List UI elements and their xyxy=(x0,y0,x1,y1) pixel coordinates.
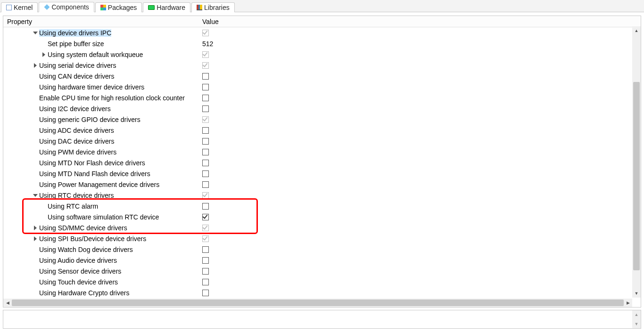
scroll-right-button[interactable]: ▶ xyxy=(624,299,632,307)
tree-row[interactable]: Using MTD Nor Flash device drivers xyxy=(3,157,632,168)
tree-row[interactable]: Using Sensor device drivers xyxy=(3,266,632,276)
chevron-down-icon[interactable] xyxy=(33,193,38,198)
tree-row-label: Set pipe buffer size xyxy=(48,40,104,48)
tree-row-label: Enable CPU time for high resolution cloc… xyxy=(39,94,185,102)
tree-row-label: Using Hardware Crypto drivers xyxy=(39,289,129,297)
tree-row[interactable]: Using ADC device drivers xyxy=(3,125,632,136)
tree-row-label: Using ADC device drivers xyxy=(39,127,114,134)
scroll-down-button[interactable]: ▼ xyxy=(632,289,641,298)
chevron-right-icon: ▶ xyxy=(627,300,630,305)
tree-row[interactable]: Using Power Management device drivers xyxy=(3,179,632,190)
tree-row[interactable]: Using SPI Bus/Device device drivers xyxy=(3,233,632,244)
tab-libraries[interactable]: Libraries xyxy=(191,2,235,12)
checkbox[interactable] xyxy=(202,246,209,253)
tree-row[interactable]: Using I2C device drivers xyxy=(3,103,632,114)
checkbox[interactable] xyxy=(202,127,209,134)
lower-vertical-scrollbar[interactable]: ▲ ▼ xyxy=(632,310,641,328)
scroll-thumb[interactable] xyxy=(633,82,640,270)
tree-row[interactable]: Using software simulation RTC device xyxy=(3,211,632,222)
tree-row[interactable]: Using generic GPIO device drivers xyxy=(3,114,632,125)
column-header-value[interactable]: Value xyxy=(201,18,641,25)
checkbox[interactable] xyxy=(202,290,209,296)
tree-row[interactable]: Using DAC device drivers xyxy=(3,136,632,146)
checkbox[interactable] xyxy=(202,51,209,58)
checkbox[interactable] xyxy=(202,62,209,69)
chevron-right-icon[interactable] xyxy=(33,236,38,242)
tab-kernel[interactable]: Kernel xyxy=(1,2,38,12)
checkbox[interactable] xyxy=(202,235,209,242)
vertical-scrollbar[interactable]: ▲ ▼ xyxy=(632,26,641,298)
tree-row[interactable]: Using Watch Dog device drivers xyxy=(3,244,632,255)
checkbox[interactable] xyxy=(202,203,209,210)
tree-row[interactable]: Using CAN device drivers xyxy=(3,71,632,81)
horizontal-scrollbar[interactable]: ◀ ▶ xyxy=(3,299,632,307)
tab-hardware[interactable]: Hardware xyxy=(143,2,190,12)
scroll-left-button[interactable]: ◀ xyxy=(3,299,12,307)
checkbox[interactable] xyxy=(202,138,209,145)
tree-row[interactable]: Using hardware timer device drivers xyxy=(3,81,632,92)
scroll-up-button[interactable]: ▲ xyxy=(632,310,641,319)
hscroll-track[interactable] xyxy=(12,299,624,307)
checkbox[interactable] xyxy=(202,192,209,199)
checkbox[interactable] xyxy=(202,279,209,285)
chevron-down-icon[interactable] xyxy=(33,30,38,36)
checkbox[interactable] xyxy=(202,214,209,220)
checkbox[interactable] xyxy=(202,73,209,80)
chevron-down-icon: ▼ xyxy=(635,322,639,326)
tree-row[interactable]: Using device drivers IPC xyxy=(3,27,632,38)
scroll-up-button[interactable]: ▲ xyxy=(632,26,641,35)
chevron-right-icon[interactable] xyxy=(33,63,38,68)
tree-row-label: Using Watch Dog device drivers xyxy=(39,246,133,253)
tree-row[interactable]: Using Touch device drivers xyxy=(3,276,632,287)
value-text[interactable]: 512 xyxy=(202,40,213,48)
tree-row-label: Using PWM device drivers xyxy=(39,148,116,156)
scroll-track[interactable] xyxy=(632,35,641,289)
tree-row-label: Using MTD Nor Flash device drivers xyxy=(39,159,145,167)
checkbox[interactable] xyxy=(202,181,209,188)
chevron-up-icon: ▲ xyxy=(635,28,639,33)
tree-row-label: Using SPI Bus/Device device drivers xyxy=(39,235,146,243)
chevron-right-icon[interactable] xyxy=(33,225,38,231)
tree-row-label: Using device drivers IPC xyxy=(39,29,111,37)
checkbox[interactable] xyxy=(202,30,209,36)
checkbox[interactable] xyxy=(202,84,209,90)
tree-row-label: Using Audio device drivers xyxy=(39,257,117,264)
tree-row[interactable]: Using system default workqueue xyxy=(3,49,632,60)
tree-row[interactable]: Using Audio device drivers xyxy=(3,255,632,266)
tree-body: Using device drivers IPCSet pipe buffer … xyxy=(3,27,632,298)
tree-row[interactable]: Set pipe buffer size512 xyxy=(3,38,632,49)
checkbox[interactable] xyxy=(202,225,209,231)
tab-label: Packages xyxy=(108,4,137,11)
checkbox[interactable] xyxy=(202,95,209,101)
tree-row[interactable]: Using serial device drivers xyxy=(3,60,632,71)
checkbox[interactable] xyxy=(202,105,209,112)
chevron-up-icon: ▲ xyxy=(635,312,639,317)
tree-row[interactable]: Using Hardware Crypto drivers xyxy=(3,287,632,298)
tree-row[interactable]: Using MTD Nand Flash device drivers xyxy=(3,168,632,179)
tree-row[interactable]: Enable CPU time for high resolution cloc… xyxy=(3,92,632,103)
tree-row-label: Using I2C device drivers xyxy=(39,105,111,113)
tab-components[interactable]: Components xyxy=(39,2,94,12)
tree-row[interactable]: Using RTC device drivers xyxy=(3,190,632,201)
checkbox[interactable] xyxy=(202,170,209,177)
checkbox[interactable] xyxy=(202,116,209,123)
tree-row-label: Using CAN device drivers xyxy=(39,73,115,80)
checkbox[interactable] xyxy=(202,160,209,166)
tab-label: Kernel xyxy=(14,4,33,11)
tree-row[interactable]: Using SD/MMC device drivers xyxy=(3,222,632,233)
tree-row-label: Using generic GPIO device drivers xyxy=(39,116,140,123)
tree-row-label: Using MTD Nand Flash device drivers xyxy=(39,170,150,178)
scroll-down-button[interactable]: ▼ xyxy=(632,320,641,328)
tree-row[interactable]: Using RTC alarm xyxy=(3,201,632,211)
hscroll-thumb[interactable] xyxy=(12,300,624,306)
column-header-property[interactable]: Property xyxy=(3,18,201,25)
tree-row-label: Using system default workqueue xyxy=(48,51,143,58)
checkbox[interactable] xyxy=(202,149,209,155)
tree-row[interactable]: Using PWM device drivers xyxy=(3,146,632,157)
tree-row-label: Using SD/MMC device drivers xyxy=(39,224,127,232)
checkbox[interactable] xyxy=(202,268,209,275)
tab-packages[interactable]: Packages xyxy=(95,2,142,12)
chevron-right-icon[interactable] xyxy=(41,52,47,57)
kernel-icon xyxy=(6,5,12,10)
checkbox[interactable] xyxy=(202,257,209,264)
